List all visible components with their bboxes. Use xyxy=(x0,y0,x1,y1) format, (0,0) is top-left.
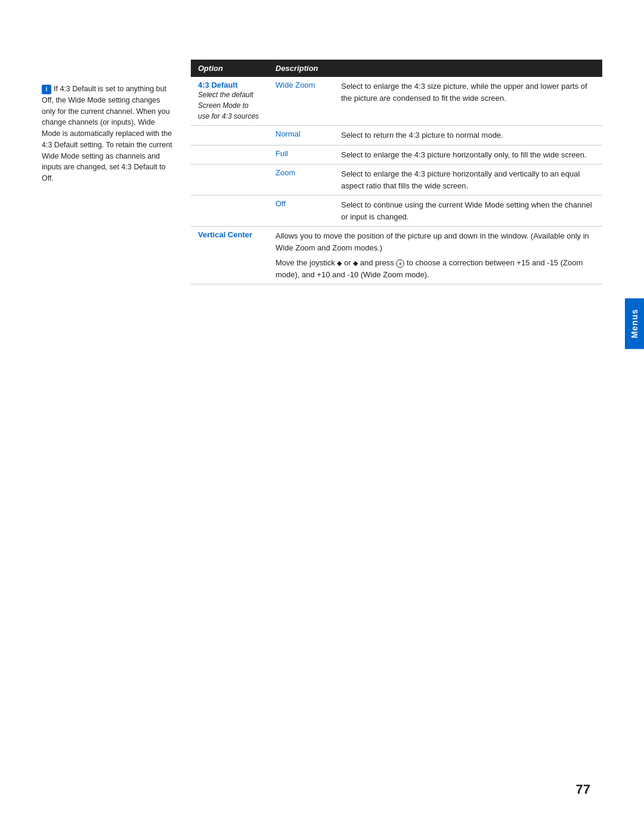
option-cell xyxy=(191,165,268,196)
table-row: Vertical Center Allows you to move the p… xyxy=(191,227,602,255)
sub-option-cell: Full xyxy=(268,145,334,165)
table-row: Normal Select to return the 4:3 picture … xyxy=(191,126,602,145)
description-cell: Select to enlarge the 4:3 picture horizo… xyxy=(334,145,602,165)
header-option: Option xyxy=(191,60,268,77)
table-row: Full Select to enlarge the 4:3 picture h… xyxy=(191,145,602,165)
option-cell xyxy=(191,126,268,145)
left-panel: iIf 4:3 Default is set to anything but O… xyxy=(42,60,173,284)
description-cell: Select to enlarge the 4:3 picture horizo… xyxy=(334,165,602,196)
content-table: Option Description 4:3 Default Select th… xyxy=(191,60,602,284)
option-cell xyxy=(191,255,268,284)
sub-option-cell: Wide Zoom xyxy=(268,77,334,126)
description-cell: Select to enlarge the 4:3 size picture, … xyxy=(334,77,602,126)
table-row: Zoom Select to enlarge the 4:3 picture h… xyxy=(191,165,602,196)
sub-option-cell: Zoom xyxy=(268,165,334,196)
sub-option-cell: Off xyxy=(268,196,334,227)
left-panel-text: If 4:3 Default is set to anything but Of… xyxy=(42,85,172,182)
option-cell: 4:3 Default Select the default Screen Mo… xyxy=(191,77,268,126)
note-icon: i xyxy=(42,85,51,94)
side-tab: Menus xyxy=(625,298,644,349)
option-italic-label: Select the default Screen Mode to use fo… xyxy=(198,91,259,120)
description-cell: Select to continue using the current Wid… xyxy=(334,196,602,227)
page-number: 77 xyxy=(576,782,590,797)
option-main-label: 4:3 Default xyxy=(198,80,237,89)
description-cell: Allows you to move the position of the p… xyxy=(268,227,602,255)
table-row: Move the joystick ◆ or ◆ and press + to … xyxy=(191,255,602,284)
header-description: Description xyxy=(268,60,602,77)
description-cell: Move the joystick ◆ or ◆ and press + to … xyxy=(268,255,602,284)
right-panel: Option Description 4:3 Default Select th… xyxy=(191,60,602,284)
description-cell: Select to return the 4:3 picture to norm… xyxy=(334,126,602,145)
option-cell xyxy=(191,196,268,227)
option-cell: Vertical Center xyxy=(191,227,268,255)
table-row: Off Select to continue using the current… xyxy=(191,196,602,227)
vertical-center-label: Vertical Center xyxy=(198,230,252,239)
sub-option-cell: Normal xyxy=(268,126,334,145)
table-row: 4:3 Default Select the default Screen Mo… xyxy=(191,77,602,126)
option-cell xyxy=(191,145,268,165)
